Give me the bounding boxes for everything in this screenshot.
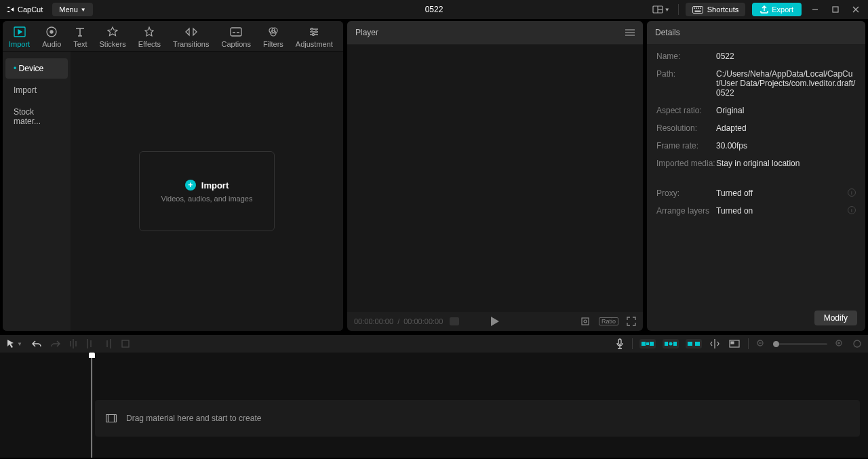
player-viewport: [347, 45, 643, 312]
export-label: Export: [772, 5, 793, 14]
zoom-slider[interactable]: [773, 343, 827, 345]
label-resolution: Resolution:: [656, 123, 716, 133]
svg-rect-47: [731, 342, 734, 344]
fullscreen-icon[interactable]: [627, 317, 636, 326]
svg-point-4: [694, 7, 694, 8]
value-framerate: 30.00fps: [716, 141, 747, 151]
tab-adjustment[interactable]: Adjustment: [290, 21, 339, 51]
timeline: ▼ Drag material here and start to create: [0, 335, 868, 458]
svg-rect-16: [231, 28, 241, 36]
info-icon[interactable]: i: [848, 206, 856, 214]
redo-button[interactable]: [50, 338, 62, 349]
sidebar-item-stock[interactable]: Stock mater...: [5, 102, 68, 132]
tab-filters[interactable]: Filters: [257, 21, 290, 51]
svg-rect-37: [642, 342, 646, 346]
shortcuts-button[interactable]: Shortcuts: [686, 3, 745, 16]
chevron-down-icon: ▼: [665, 7, 670, 13]
svg-point-15: [50, 31, 53, 33]
media-panel: Import Audio Text Stickers Effects Trans…: [3, 21, 343, 331]
magnet-main-button[interactable]: [639, 339, 656, 348]
close-button[interactable]: [849, 3, 863, 16]
app-logo: CapCut: [5, 5, 43, 14]
value-proxy: Turned off: [716, 188, 753, 198]
timeline-toolbar: ▼: [0, 335, 868, 353]
close-icon: [852, 5, 860, 14]
effects-icon: [144, 26, 155, 37]
svg-point-42: [669, 342, 673, 346]
tab-audio[interactable]: Audio: [36, 21, 67, 51]
tab-text[interactable]: Text: [67, 21, 93, 51]
pointer-tool[interactable]: ▼: [5, 338, 24, 350]
import-dropzone[interactable]: + Import Videos, audios, and images: [139, 151, 275, 231]
label-aspect: Aspect ratio:: [656, 106, 716, 115]
import-subtitle: Videos, audios, and images: [161, 195, 253, 203]
zoom-out-button[interactable]: [755, 338, 766, 349]
undo-icon: [32, 340, 41, 348]
export-button[interactable]: Export: [752, 3, 802, 16]
chevron-down-icon: ▼: [81, 7, 86, 13]
svg-rect-10: [833, 7, 838, 12]
sidebar-item-import[interactable]: Import: [5, 80, 68, 100]
cover-button[interactable]: [728, 338, 741, 349]
svg-rect-8: [695, 11, 701, 12]
trim-left-button[interactable]: [85, 338, 96, 350]
menu-label: Menu: [59, 5, 78, 14]
time-sep: /: [397, 317, 399, 325]
svg-point-53: [854, 340, 861, 347]
stickers-icon: [107, 26, 118, 37]
ratio-button[interactable]: Ratio: [599, 317, 618, 325]
modify-button[interactable]: Modify: [814, 311, 857, 325]
sidebar-item-device[interactable]: Device: [5, 58, 68, 79]
mic-icon: [616, 338, 624, 349]
preview-axis-button[interactable]: [709, 338, 721, 350]
label-framerate: Frame rate:: [656, 141, 716, 151]
mic-button[interactable]: [614, 337, 625, 351]
value-resolution: Adapted: [716, 123, 747, 133]
svg-rect-41: [673, 342, 677, 346]
time-total: 00:00:00:00: [403, 317, 443, 325]
tab-effects[interactable]: Effects: [132, 21, 167, 51]
svg-rect-44: [695, 342, 700, 346]
layout-icon: [652, 5, 663, 14]
timeline-placeholder[interactable]: Drag material here and start to create: [95, 400, 860, 437]
svg-rect-40: [665, 342, 668, 346]
info-icon[interactable]: i: [848, 188, 856, 197]
player-menu-icon[interactable]: [625, 28, 635, 37]
zoom-out-icon: [757, 340, 765, 348]
linkage-button[interactable]: [686, 339, 702, 348]
menu-button[interactable]: Menu ▼: [52, 3, 92, 16]
captions-icon: [230, 27, 242, 37]
compare-icon[interactable]: [580, 316, 591, 327]
tab-label: Audio: [42, 40, 61, 48]
play-icon: [491, 317, 499, 326]
divider: [748, 338, 749, 349]
tab-label: Adjustment: [296, 40, 333, 48]
svg-point-21: [315, 31, 317, 33]
play-button[interactable]: [491, 317, 499, 326]
split-button[interactable]: [68, 338, 78, 350]
zoom-fit-button[interactable]: [852, 338, 863, 349]
trim-left-icon: [86, 339, 94, 348]
axis-icon: [710, 339, 719, 348]
tab-import[interactable]: Import: [3, 21, 36, 51]
undo-button[interactable]: [31, 338, 43, 349]
layout-button[interactable]: ▼: [651, 4, 671, 15]
minimize-button[interactable]: [808, 3, 822, 16]
label-name: Name:: [656, 52, 716, 61]
tab-stickers[interactable]: Stickers: [94, 21, 132, 51]
app-name: CapCut: [18, 5, 43, 14]
label-proxy: Proxy:: [656, 188, 716, 198]
timeline-body[interactable]: Drag material here and start to create: [0, 353, 868, 458]
tab-label: Import: [9, 40, 30, 48]
snap-icon: [665, 340, 677, 348]
shortcuts-label: Shortcuts: [707, 5, 738, 14]
auto-snap-button[interactable]: [663, 339, 679, 348]
delete-button[interactable]: [120, 338, 131, 349]
trim-right-button[interactable]: [102, 338, 113, 350]
minimize-icon: [811, 5, 819, 14]
zoom-in-button[interactable]: [834, 338, 845, 349]
playhead[interactable]: [92, 353, 92, 458]
maximize-button[interactable]: [829, 3, 842, 16]
tab-transitions[interactable]: Transitions: [167, 21, 215, 51]
tab-captions[interactable]: Captions: [215, 21, 256, 51]
